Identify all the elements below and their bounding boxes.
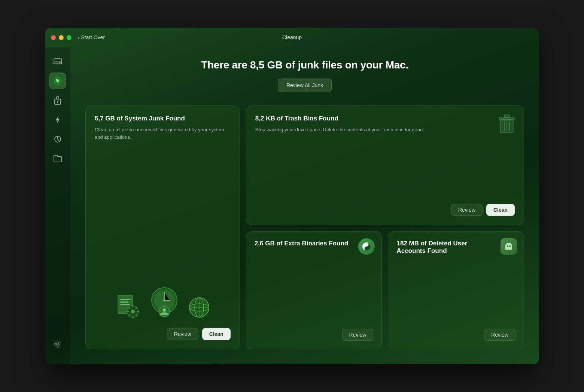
extra-binaries-card: 2,6 GB of Extra Binaries Found Review — [246, 231, 382, 349]
trash-bins-desc: Stop wasting your drive space. Delete th… — [255, 126, 515, 134]
back-label: Start Over — [81, 34, 105, 40]
titlebar: ‹ Start Over Cleanup — [45, 28, 539, 47]
svg-point-7 — [57, 101, 58, 102]
svg-point-10 — [57, 343, 59, 345]
deleted-accounts-review-button[interactable]: Review — [484, 329, 515, 341]
svg-rect-15 — [120, 301, 128, 303]
toggle-icon — [358, 238, 375, 255]
deleted-accounts-actions: Review — [396, 329, 515, 341]
sidebar-item-speed[interactable] — [49, 111, 66, 128]
svg-point-39 — [509, 245, 511, 247]
maximize-button[interactable] — [67, 35, 72, 40]
trash-bins-review-button[interactable]: Review — [451, 204, 483, 216]
svg-rect-31 — [504, 115, 510, 117]
trash-bins-actions: Review Clean — [255, 204, 515, 216]
svg-point-18 — [131, 310, 135, 313]
sidebar-item-privacy[interactable] — [49, 92, 66, 108]
extra-binaries-review-button[interactable]: Review — [342, 329, 374, 341]
system-junk-actions: Review Clean — [95, 328, 231, 340]
sidebar-item-disk[interactable] — [49, 53, 66, 70]
trash-bin-icon — [498, 113, 516, 136]
minimize-button[interactable] — [59, 35, 64, 40]
svg-point-6 — [56, 79, 57, 80]
globe-icon — [188, 296, 211, 319]
cards-grid: 5,7 GB of System Junk Found Clean up all… — [85, 105, 524, 349]
content-area: There are 8,5 GB of junk files on your M… — [70, 47, 539, 364]
trash-bins-title: 8,2 KB of Trash Bins Found — [255, 115, 515, 122]
svg-point-37 — [366, 248, 368, 249]
system-junk-desc: Clean up all of the unneeded files gener… — [95, 126, 231, 141]
sidebar-item-cleanup[interactable] — [49, 73, 66, 89]
ghost-svg-icon — [504, 241, 514, 252]
traffic-lights — [51, 35, 72, 40]
hero-title: There are 8,5 GB of junk files on your M… — [85, 59, 524, 71]
deleted-accounts-title: 182 MB of Deleted User Accounts Found — [396, 240, 515, 255]
trash-bins-clean-button[interactable]: Clean — [486, 204, 515, 216]
review-all-button[interactable]: Review All Junk — [278, 79, 332, 92]
sidebar-item-files[interactable] — [49, 150, 66, 167]
window-title: Cleanup — [282, 34, 302, 40]
trash-icon — [498, 113, 516, 134]
system-junk-review-button[interactable]: Review — [167, 328, 198, 340]
yin-yang-icon — [362, 242, 371, 251]
svg-point-36 — [366, 244, 368, 245]
clock-person-icon — [147, 285, 182, 319]
svg-rect-14 — [120, 299, 131, 300]
main-layout: There are 8,5 GB of junk files on your M… — [45, 47, 539, 364]
deleted-accounts-card: 182 MB of Deleted User Accounts Found Re… — [388, 231, 524, 349]
system-junk-clean-button[interactable]: Clean — [202, 328, 231, 340]
svg-point-38 — [507, 245, 508, 247]
bottom-cards-row: 2,6 GB of Extra Binaries Found Review — [246, 231, 524, 349]
app-window: ‹ Start Over Cleanup — [45, 28, 539, 364]
svg-rect-16 — [120, 304, 130, 305]
sidebar-item-settings[interactable] — [49, 336, 66, 352]
svg-point-5 — [57, 80, 58, 82]
extra-binaries-actions: Review — [255, 329, 374, 341]
ghost-icon — [501, 238, 517, 255]
trash-bins-card: 8,2 KB of Trash Bins Found Stop wasting … — [246, 105, 524, 225]
close-button[interactable] — [51, 35, 56, 40]
sidebar-item-apps[interactable] — [49, 131, 66, 147]
system-junk-illustrations — [95, 141, 231, 325]
svg-point-23 — [162, 308, 166, 312]
gear-doc-icon — [114, 292, 141, 319]
svg-point-2 — [60, 62, 61, 64]
sidebar — [45, 47, 70, 364]
hero-section: There are 8,5 GB of junk files on your M… — [85, 59, 524, 92]
system-junk-title: 5,7 GB of System Junk Found — [95, 115, 231, 122]
system-junk-card: 5,7 GB of System Junk Found Clean up all… — [85, 105, 240, 349]
extra-binaries-title: 2,6 GB of Extra Binaries Found — [255, 240, 374, 247]
chevron-left-icon: ‹ — [77, 34, 79, 41]
svg-point-11 — [55, 342, 60, 346]
back-button[interactable]: ‹ Start Over — [77, 34, 105, 41]
